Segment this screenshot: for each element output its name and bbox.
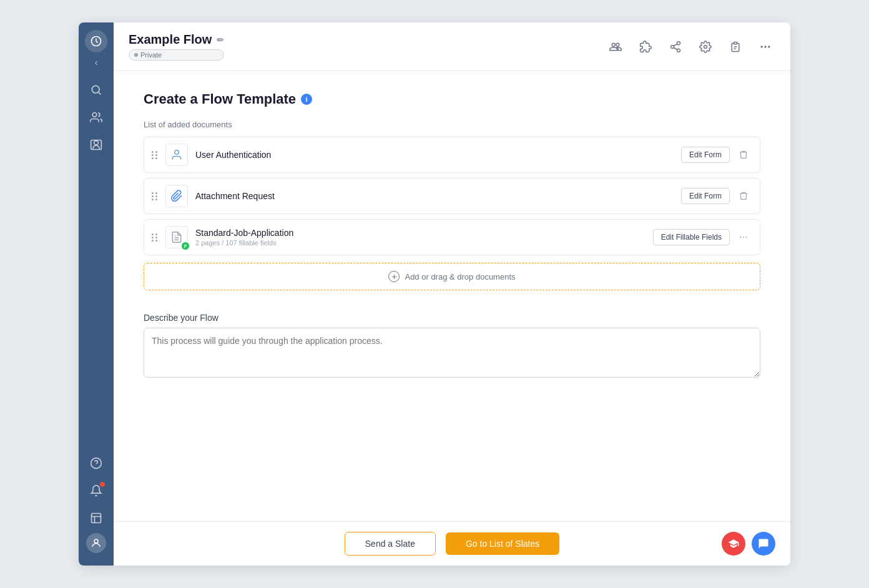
footer-icons (722, 532, 775, 556)
sidebar-nav (79, 77, 114, 451)
doc-actions-user-auth: Edit Form (681, 146, 752, 164)
svg-point-1 (92, 86, 99, 93)
document-item: F Standard-Job-Application 2 pages / 107… (144, 219, 760, 255)
svg-point-15 (175, 150, 179, 155)
svg-point-7 (677, 41, 680, 44)
notification-badge (100, 482, 105, 487)
doc-icon-attachment (165, 185, 188, 207)
drag-handle[interactable] (152, 151, 158, 159)
sidebar-item-notifications[interactable] (84, 478, 109, 503)
send-slate-button[interactable]: Send a Slate (345, 532, 436, 556)
svg-point-12 (761, 46, 763, 47)
private-badge: Private (129, 49, 224, 61)
edit-form-button-user-auth[interactable]: Edit Form (681, 147, 730, 163)
doc-info-attachment: Attachment Request (195, 191, 674, 201)
doc-name-user-auth: User Authentication (195, 150, 674, 160)
collaborators-button[interactable] (606, 37, 626, 57)
document-item: Attachment Request Edit Form (144, 178, 760, 214)
sidebar-item-search[interactable] (84, 77, 109, 102)
svg-point-9 (677, 49, 680, 52)
doc-icon-user-auth (165, 144, 188, 166)
add-circle-icon: + (388, 271, 400, 282)
sidebar-bottom (84, 451, 109, 558)
edit-form-button-attachment[interactable]: Edit Form (681, 188, 730, 204)
doc-actions-job-app: Edit Fillable Fields ··· (653, 228, 752, 246)
drag-handle[interactable] (152, 192, 158, 200)
sidebar-item-team[interactable] (84, 105, 109, 130)
doc-icon-job-app: F (165, 226, 188, 248)
add-doc-label: Add or drag & drop documents (405, 272, 515, 282)
edit-title-icon[interactable]: ✏ (217, 35, 224, 45)
svg-point-8 (671, 45, 674, 48)
doc-name-job-app: Standard-Job-Application (195, 228, 646, 238)
chat-button[interactable] (752, 532, 775, 556)
add-document-button[interactable]: + Add or drag & drop documents (144, 263, 760, 290)
create-flow-title-text: Create a Flow Template (144, 91, 296, 107)
header-left: Example Flow ✏ Private (129, 32, 224, 61)
drag-handle[interactable] (152, 233, 158, 242)
page-title: Example Flow ✏ (129, 32, 224, 47)
more-options-doc-button[interactable]: ··· (735, 228, 752, 246)
content-area: Create a Flow Template i List of added d… (114, 71, 790, 521)
page-body: Create a Flow Template i List of added d… (114, 71, 790, 521)
describe-textarea[interactable] (144, 328, 760, 378)
private-label: Private (140, 51, 162, 59)
documents-section-label: List of added documents (144, 120, 760, 129)
user-avatar[interactable] (86, 533, 106, 553)
svg-rect-11 (734, 42, 737, 44)
doc-meta-job-app: 2 pages / 107 fillable fields (195, 239, 646, 247)
flow-title-text: Example Flow (129, 32, 212, 47)
doc-info-job-app: Standard-Job-Application 2 pages / 107 f… (195, 228, 646, 247)
logo-button[interactable] (85, 30, 107, 52)
info-icon[interactable]: i (301, 94, 312, 105)
edit-fillable-button[interactable]: Edit Fillable Fields (653, 229, 730, 245)
document-item: User Authentication Edit Form (144, 137, 760, 173)
svg-point-6 (94, 539, 98, 543)
svg-rect-5 (92, 514, 101, 523)
doc-pdf-badge: F (181, 242, 190, 250)
sidebar-collapse-button[interactable]: ‹ (95, 57, 98, 67)
describe-label: Describe your Flow (144, 313, 760, 323)
doc-info-user-auth: User Authentication (195, 150, 674, 160)
share-button[interactable] (665, 37, 685, 57)
sidebar: ‹ (79, 22, 114, 566)
document-list: User Authentication Edit Form (144, 137, 760, 255)
footer: Send a Slate Go to List of Slates (114, 521, 790, 566)
sidebar-item-contacts[interactable] (84, 132, 109, 157)
delete-button-user-auth[interactable] (735, 146, 752, 164)
svg-point-2 (92, 113, 97, 117)
header: Example Flow ✏ Private (114, 22, 790, 71)
puzzle-button[interactable] (636, 37, 655, 57)
main-content: Example Flow ✏ Private (114, 22, 790, 566)
create-flow-title: Create a Flow Template i (144, 91, 760, 107)
sidebar-item-help[interactable] (84, 451, 109, 476)
svg-point-10 (704, 45, 707, 48)
doc-name-attachment: Attachment Request (195, 191, 674, 201)
go-to-list-button[interactable]: Go to List of Slates (446, 532, 559, 555)
clipboard-button[interactable] (725, 37, 745, 57)
sidebar-item-templates[interactable] (84, 506, 109, 531)
svg-point-14 (768, 46, 770, 47)
header-actions (606, 37, 775, 57)
more-options-button[interactable] (755, 37, 775, 57)
settings-button[interactable] (695, 37, 715, 57)
describe-section: Describe your Flow (144, 313, 760, 380)
academy-button[interactable] (722, 532, 745, 556)
doc-actions-attachment: Edit Form (681, 187, 752, 205)
delete-button-attachment[interactable] (735, 187, 752, 205)
svg-point-13 (764, 46, 766, 47)
